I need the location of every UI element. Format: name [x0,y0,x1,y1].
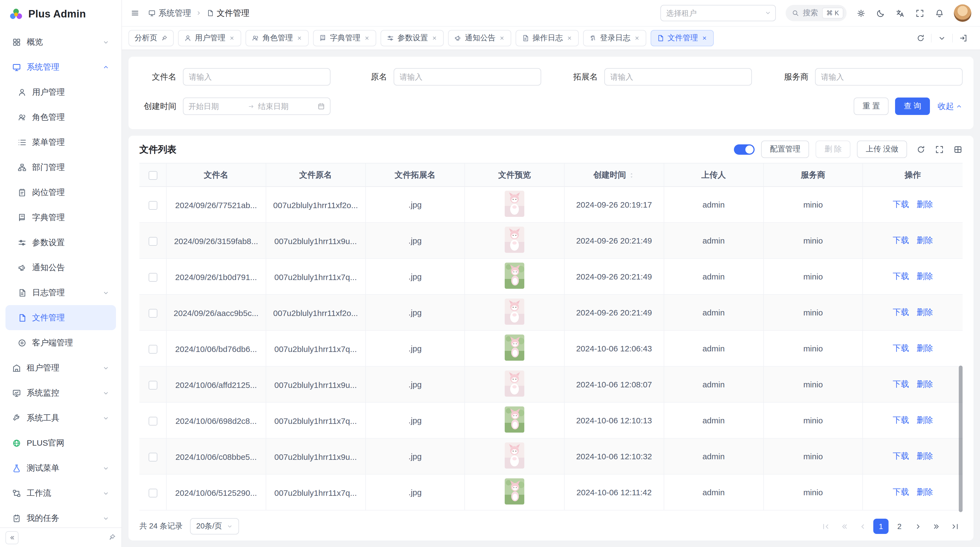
delete-link[interactable]: 删除 [916,379,933,388]
row-checkbox[interactable] [148,273,157,281]
pin-sidebar-icon[interactable] [108,533,116,542]
file-name-input[interactable] [183,68,331,86]
page-button-2[interactable]: 2 [892,519,907,534]
tab-analysis[interactable]: 分析页 [129,30,174,46]
close-icon[interactable] [364,35,370,41]
sidebar-item-client-management[interactable]: 客户端管理 [5,330,116,355]
sidebar-item-system-monitor[interactable]: 系统监控 [5,380,116,405]
download-link[interactable]: 下载 [892,451,909,460]
row-checkbox[interactable] [148,488,157,497]
download-link[interactable]: 下载 [892,271,909,281]
preview-image[interactable] [505,407,524,432]
original-name-input[interactable] [394,68,541,86]
row-checkbox[interactable] [148,381,157,389]
close-icon[interactable] [634,35,640,41]
preview-image[interactable] [505,442,524,469]
date-range-picker[interactable] [183,97,331,115]
refresh-page-icon[interactable] [910,34,931,43]
preview-image[interactable] [505,226,524,253]
app-logo[interactable]: Plus Admin [0,0,121,28]
sidebar-item-tenant-management[interactable]: 租户管理 [5,355,116,380]
prev-5-pages-button[interactable] [836,519,851,534]
sidebar-item-user-management[interactable]: 用户管理 [5,80,116,105]
prev-page-button[interactable] [855,519,870,534]
refresh-table-icon[interactable] [916,145,926,154]
breadcrumb-item-system[interactable]: 系统管理 [148,8,191,18]
delete-link[interactable]: 删除 [916,451,933,460]
tab-user-management[interactable]: 用户管理 [178,30,241,46]
upload-button[interactable]: 上传 没做 [857,140,907,158]
tab-dict-management[interactable]: 字典管理 [313,30,376,46]
row-checkbox[interactable] [148,344,157,353]
provider-input[interactable] [815,68,963,86]
global-search-button[interactable]: 搜索 ⌘ K [785,5,846,21]
table-fullscreen-icon[interactable] [935,145,944,154]
start-date-input[interactable] [188,102,245,111]
user-avatar[interactable] [954,4,971,22]
close-icon[interactable] [296,35,303,41]
collapse-sidebar-button[interactable] [5,531,19,544]
column-header[interactable]: 创建时间 [565,163,664,187]
close-icon[interactable] [566,35,573,41]
tab-role-management[interactable]: 角色管理 [245,30,309,46]
tab-notice[interactable]: 通知公告 [448,30,511,46]
delete-link[interactable]: 删除 [916,199,933,209]
search-toggle[interactable] [734,144,755,155]
row-checkbox[interactable] [148,201,157,209]
sidebar-item-role-management[interactable]: 角色管理 [5,105,116,130]
row-checkbox[interactable] [148,416,157,425]
preview-image[interactable] [505,335,524,361]
sidebar-item-post-management[interactable]: 岗位管理 [5,180,116,205]
row-checkbox[interactable] [148,237,157,246]
next-page-button[interactable] [910,519,926,534]
row-checkbox[interactable] [148,309,157,317]
notification-bell-icon[interactable] [935,8,944,18]
sidebar-item-file-management[interactable]: 文件管理 [5,305,116,330]
query-button[interactable]: 查 询 [895,97,930,115]
sidebar-item-plus-site[interactable]: PLUS官网 [5,431,116,456]
vertical-scrollbar[interactable] [959,365,963,512]
select-all-checkbox[interactable] [148,171,157,180]
preview-image[interactable] [505,478,524,504]
delete-link[interactable]: 删除 [916,343,933,352]
fullscreen-icon[interactable] [915,8,924,18]
close-icon[interactable] [431,35,438,41]
sidebar-item-overview[interactable]: 概览 [5,29,116,54]
sidebar-item-dept-management[interactable]: 部门管理 [5,155,116,180]
tenant-select-input[interactable] [660,5,776,21]
download-link[interactable]: 下载 [892,415,909,424]
dark-mode-moon-icon[interactable] [876,8,885,18]
sidebar-item-notice[interactable]: 通知公告 [5,255,116,280]
close-icon[interactable] [701,35,708,41]
language-translate-icon[interactable] [896,8,905,18]
config-management-button[interactable]: 配置管理 [761,140,809,158]
close-icon[interactable] [499,35,505,41]
content-fullscreen-icon[interactable] [952,34,974,43]
settings-gear-icon[interactable] [856,8,865,18]
sidebar-item-test-menu[interactable]: 测试菜单 [5,456,116,480]
sidebar-item-system-management[interactable]: 系统管理 [5,54,116,80]
sort-icon[interactable] [628,171,635,180]
sidebar-item-menu-management[interactable]: 菜单管理 [5,130,116,155]
page-size-select[interactable]: 20条/页 [190,518,239,534]
collapse-filter-link[interactable]: 收起 [937,101,963,112]
last-page-button[interactable] [947,519,963,534]
preview-image[interactable] [505,370,524,397]
delete-link[interactable]: 删除 [916,487,933,496]
row-checkbox[interactable] [148,453,157,461]
end-date-input[interactable] [258,102,314,111]
tab-options-icon[interactable] [931,34,952,43]
tab-file-management[interactable]: 文件管理 [651,30,714,46]
sidebar-item-my-tasks[interactable]: 我的任务 [5,506,116,527]
sidebar-item-log-management[interactable]: 日志管理 [5,280,116,305]
preview-image[interactable] [505,298,524,325]
tab-oper-log[interactable]: 操作日志 [515,30,579,46]
delete-link[interactable]: 删除 [916,235,933,245]
close-icon[interactable] [229,35,235,41]
breadcrumb-item-file[interactable]: 文件管理 [206,8,249,18]
sidebar-item-param-settings[interactable]: 参数设置 [5,230,116,255]
download-link[interactable]: 下载 [892,343,909,352]
download-link[interactable]: 下载 [892,487,909,496]
sidebar-item-system-tools[interactable]: 系统工具 [5,405,116,431]
sidebar-item-workflow[interactable]: 工作流 [5,480,116,506]
